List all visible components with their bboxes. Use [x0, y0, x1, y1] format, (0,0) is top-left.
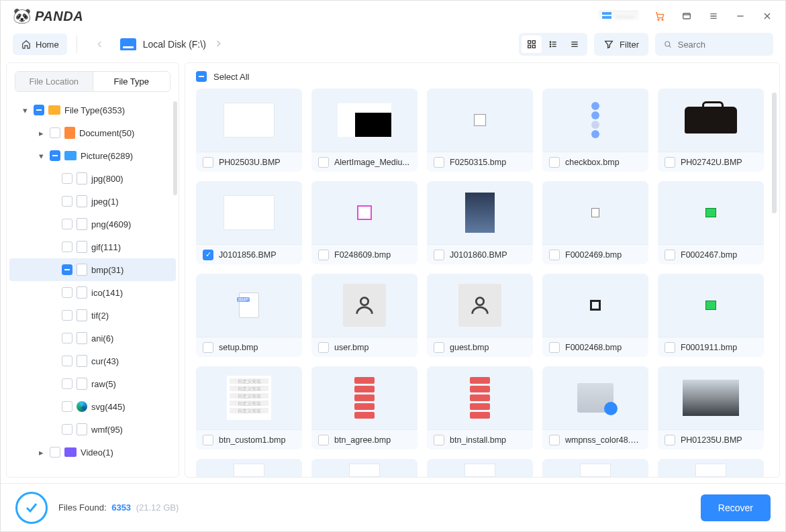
checkbox[interactable] — [62, 264, 72, 275]
file-card[interactable] — [542, 459, 648, 477]
file-card[interactable]: PH02503U.BMP — [196, 89, 302, 172]
tree-cur[interactable]: cur(43) — [9, 350, 176, 372]
caret-right-icon[interactable]: ▸ — [36, 128, 46, 138]
file-checkbox[interactable] — [665, 250, 675, 260]
file-card[interactable]: checkbox.bmp — [542, 89, 648, 172]
select-all-row[interactable]: Select All — [185, 63, 779, 85]
tab-file-type[interactable]: File Type — [93, 72, 170, 91]
file-checkbox[interactable] — [665, 435, 675, 445]
checkbox[interactable] — [62, 287, 72, 298]
checkbox[interactable] — [62, 196, 72, 207]
minimize-icon[interactable] — [734, 10, 746, 22]
tree-ico[interactable]: ico(141) — [9, 281, 176, 304]
search-input[interactable] — [678, 40, 765, 50]
file-card[interactable]: F0002467.bmp — [658, 181, 764, 264]
tree-raw[interactable]: raw(5) — [9, 372, 176, 395]
checkbox[interactable] — [50, 127, 60, 138]
select-all-checkbox[interactable] — [196, 71, 207, 82]
tree-wmf[interactable]: wmf(95) — [9, 418, 176, 441]
search-box[interactable] — [655, 33, 773, 56]
file-card[interactable]: PH01235U.BMP — [658, 366, 764, 449]
file-card[interactable]: F0001911.bmp — [658, 274, 764, 357]
file-checkbox[interactable] — [549, 435, 560, 445]
checkbox[interactable] — [50, 447, 60, 458]
file-card[interactable]: F0002468.bmp — [542, 274, 648, 357]
checkbox[interactable] — [62, 219, 72, 229]
tree-picture[interactable]: ▾ Picture(6289) — [9, 144, 176, 167]
file-card[interactable]: J0101856.BMP — [196, 181, 302, 264]
view-list-button[interactable] — [543, 36, 563, 53]
file-card[interactable]: F0250315.bmp — [427, 89, 533, 172]
checkbox[interactable] — [62, 424, 72, 435]
file-card[interactable]: F0248609.bmp — [311, 181, 417, 264]
checkbox[interactable] — [62, 310, 72, 321]
breadcrumb[interactable]: Local Disk (F:\) — [120, 38, 224, 51]
cart-icon[interactable] — [654, 10, 666, 22]
file-card[interactable]: F0002469.bmp — [542, 181, 648, 264]
checkbox[interactable] — [62, 356, 72, 366]
caret-down-icon[interactable]: ▾ — [36, 151, 46, 161]
file-card[interactable]: user.bmp — [311, 274, 417, 357]
file-card[interactable]: btn_agree.bmp — [311, 366, 417, 449]
filter-button[interactable]: Filter — [594, 33, 648, 56]
tree-root[interactable]: ▾ File Type(6353) — [9, 99, 176, 121]
back-button[interactable] — [87, 34, 113, 55]
tree-gif[interactable]: gif(111) — [9, 235, 176, 258]
file-checkbox[interactable] — [203, 250, 213, 260]
file-card[interactable]: setup.bmp — [196, 274, 302, 357]
file-checkbox[interactable] — [318, 157, 329, 168]
tree-bmp[interactable]: bmp(31) — [9, 258, 176, 281]
content-scrollbar[interactable] — [772, 93, 777, 213]
inbox-icon[interactable] — [681, 10, 693, 22]
tab-file-location[interactable]: File Location — [15, 72, 93, 91]
view-grid-button[interactable] — [522, 36, 542, 53]
user-chip[interactable]: ········ — [598, 10, 639, 23]
tree-document[interactable]: ▸ Document(50) — [9, 121, 176, 144]
checkbox[interactable] — [50, 150, 60, 161]
file-checkbox[interactable] — [203, 157, 213, 168]
file-checkbox[interactable] — [318, 435, 329, 445]
file-card[interactable]: PH02742U.BMP — [658, 89, 764, 172]
file-checkbox[interactable] — [549, 250, 560, 260]
file-checkbox[interactable] — [203, 435, 213, 445]
close-icon[interactable] — [761, 10, 773, 22]
file-card[interactable] — [196, 459, 302, 477]
checkbox[interactable] — [34, 105, 44, 115]
home-button[interactable]: Home — [13, 34, 67, 55]
file-checkbox[interactable] — [434, 157, 444, 168]
recover-button[interactable]: Recover — [701, 494, 771, 521]
file-card[interactable]: guest.bmp — [427, 274, 533, 357]
caret-right-icon[interactable]: ▸ — [36, 447, 46, 458]
menu-icon[interactable] — [707, 10, 720, 22]
tree-png[interactable]: png(4609) — [9, 213, 176, 235]
file-card[interactable] — [427, 459, 533, 477]
file-checkbox[interactable] — [434, 342, 444, 353]
view-detail-button[interactable] — [564, 36, 585, 53]
tree-video[interactable]: ▸ Video(1) — [9, 441, 176, 464]
file-checkbox[interactable] — [665, 157, 675, 168]
file-card[interactable]: AlertImage_Mediu... — [311, 89, 417, 172]
checkbox[interactable] — [62, 378, 72, 389]
file-checkbox[interactable] — [665, 342, 675, 353]
file-card[interactable]: 自定义安装自定义安装自定义安装自定义安装自定义安装btn_custom1.bmp — [196, 366, 302, 449]
tree-jpg[interactable]: jpg(800) — [9, 167, 176, 190]
checkbox[interactable] — [62, 242, 72, 252]
tree-svg[interactable]: svg(445) — [9, 395, 176, 418]
file-card[interactable]: wmpnss_color48.b... — [542, 366, 648, 449]
file-checkbox[interactable] — [203, 342, 213, 353]
file-checkbox[interactable] — [549, 342, 560, 353]
file-checkbox[interactable] — [318, 342, 329, 353]
file-card[interactable]: btn_install.bmp — [427, 366, 533, 449]
checkbox[interactable] — [62, 173, 72, 184]
tree-tif[interactable]: tif(2) — [9, 304, 176, 327]
tree-ani[interactable]: ani(6) — [9, 327, 176, 350]
file-checkbox[interactable] — [434, 250, 444, 260]
tree-jpeg[interactable]: jpeg(1) — [9, 190, 176, 213]
sidebar-scrollbar[interactable] — [173, 101, 177, 195]
file-checkbox[interactable] — [434, 435, 444, 445]
checkbox[interactable] — [62, 401, 72, 412]
file-card[interactable]: J0101860.BMP — [427, 181, 533, 264]
checkbox[interactable] — [62, 333, 72, 343]
file-card[interactable] — [658, 459, 764, 477]
file-checkbox[interactable] — [549, 157, 560, 168]
